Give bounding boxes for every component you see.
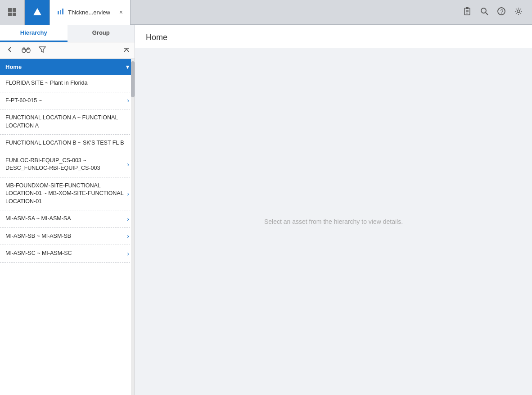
svg-rect-0 [8, 8, 12, 12]
search-icon[interactable] [480, 7, 489, 18]
chevron-right-icon: › [127, 161, 129, 168]
chevron-right-icon: › [127, 190, 129, 197]
list-item[interactable]: FUNLOC-RBI-EQUIP_CS-003 ~ DESC_FUNLOC-RB… [0, 152, 135, 177]
content-header: Home [135, 25, 532, 48]
chart-tab-icon [57, 8, 64, 17]
chevron-right-icon: › [127, 215, 129, 222]
top-bar-actions: ? [463, 7, 532, 18]
item-text: MI-ASM-SB ~ MI-ASM-SB [5, 232, 127, 241]
panel-tabs: Hierarchy Group [0, 25, 135, 42]
svg-line-14 [486, 13, 488, 15]
tab-label: Thickne...erview [68, 9, 110, 16]
item-text: FUNCTIONAL LOCATION B ~ SK'S TEST FL B [5, 139, 129, 147]
home-item-label: Home [5, 64, 22, 70]
scrollbar-track[interactable] [131, 59, 135, 395]
item-text: FLORIDA SITE ~ Plant in Florida [5, 79, 129, 87]
item-text: MI-ASM-SA ~ MI-ASM-SA [5, 215, 127, 223]
svg-rect-21 [23, 48, 25, 50]
svg-rect-5 [58, 11, 59, 14]
chevron-right-icon: › [127, 232, 129, 240]
back-button[interactable] [5, 45, 15, 56]
filter-icon[interactable] [37, 45, 48, 56]
list-item[interactable]: MI-ASM-SA ~ MI-ASM-SA › [0, 210, 135, 228]
svg-marker-23 [39, 47, 45, 52]
list-item[interactable]: FUNCTIONAL LOCATION B ~ SK'S TEST FL B [0, 135, 135, 152]
item-text: MB-FOUNDXOM-SITE-FUNCTIONAL LOCATION-01 … [5, 182, 127, 206]
chevron-right-icon: › [127, 97, 129, 104]
placeholder-text: Select an asset from the hierarchy to vi… [264, 218, 403, 225]
active-tab: Thickne...erview × [50, 0, 131, 25]
svg-point-19 [27, 48, 30, 53]
chevron-right-icon: › [127, 250, 129, 257]
page-title: Home [146, 33, 521, 42]
svg-rect-7 [62, 9, 63, 14]
list-item[interactable]: FUNCTIONAL LOCATION A ~ FUNCTIONAL LOCAT… [0, 109, 135, 135]
clipboard-icon[interactable] [463, 7, 472, 18]
list-item[interactable]: FLORIDA SITE ~ Plant in Florida [0, 75, 135, 92]
main-layout: Hierarchy Group [0, 25, 532, 395]
tab-close-button[interactable]: × [119, 9, 123, 16]
svg-point-17 [517, 10, 520, 13]
svg-marker-4 [33, 8, 41, 15]
item-text: MI-ASM-SC ~ MI-ASM-SC [5, 250, 127, 258]
svg-rect-9 [466, 7, 469, 9]
svg-rect-22 [27, 48, 29, 50]
tab-group[interactable]: Group [68, 25, 135, 42]
home-chevron-down-icon: ▾ [126, 64, 129, 70]
settings-icon[interactable] [514, 7, 523, 18]
item-text: FUNLOC-RBI-EQUIP_CS-003 ~ DESC_FUNLOC-RB… [5, 157, 127, 173]
right-content: Home Select an asset from the hierarchy … [135, 25, 532, 395]
top-bar: Thickne...erview × ? [0, 0, 532, 25]
svg-point-18 [22, 48, 26, 53]
svg-rect-6 [60, 10, 61, 14]
tree-item-home[interactable]: Home ▾ [0, 59, 135, 75]
list-item[interactable]: MI-ASM-SC ~ MI-ASM-SC › [0, 245, 135, 263]
item-text: F-PT-60-015 ~ [5, 97, 127, 105]
item-text: FUNCTIONAL LOCATION A ~ FUNCTIONAL LOCAT… [5, 114, 129, 130]
svg-rect-2 [8, 13, 12, 16]
collapse-icon[interactable] [123, 46, 130, 55]
dashboard-icon[interactable] [0, 0, 25, 25]
list-item[interactable]: MB-FOUNDXOM-SITE-FUNCTIONAL LOCATION-01 … [0, 177, 135, 211]
list-item[interactable]: MI-ASM-SB ~ MI-ASM-SB › [0, 228, 135, 245]
binoculars-icon[interactable] [20, 45, 32, 56]
content-body: Select an asset from the hierarchy to vi… [135, 48, 532, 395]
help-icon[interactable]: ? [497, 7, 506, 18]
left-panel: Hierarchy Group [0, 25, 135, 395]
svg-rect-1 [13, 8, 16, 12]
tree-container[interactable]: Home ▾ FLORIDA SITE ~ Plant in Florida F… [0, 59, 135, 395]
tab-hierarchy[interactable]: Hierarchy [0, 25, 68, 42]
list-item[interactable]: F-PT-60-015 ~ › [0, 92, 135, 110]
scrollbar-thumb[interactable] [131, 61, 135, 97]
svg-text:?: ? [500, 9, 504, 15]
panel-toolbar [0, 42, 135, 59]
svg-point-13 [481, 8, 486, 13]
svg-rect-3 [13, 13, 16, 16]
hierarchy-tab-icon[interactable] [25, 0, 50, 25]
